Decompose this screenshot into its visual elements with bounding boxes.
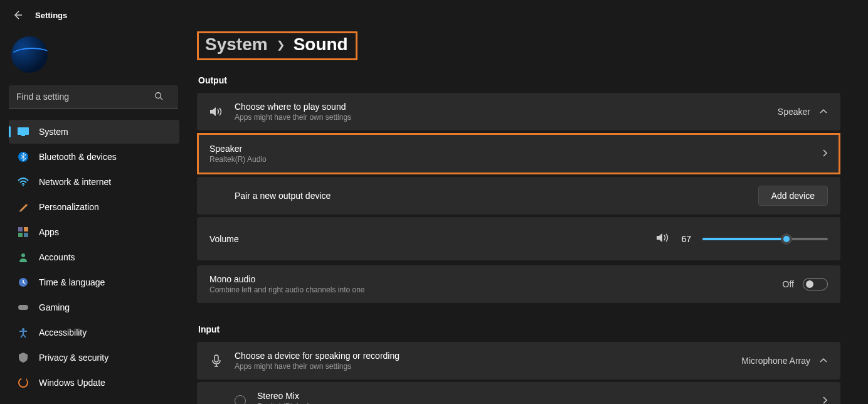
sidebar-item-label: Privacy & security [39, 353, 109, 363]
svg-point-9 [21, 253, 25, 257]
chevron-right-icon: ❯ [277, 39, 285, 51]
back-icon[interactable] [13, 10, 23, 20]
output-choose-value: Speaker [778, 107, 810, 117]
apps-icon [18, 226, 29, 238]
sidebar-item-label: Accessibility [39, 327, 87, 338]
mono-audio-card: Mono audio Combine left and right audio … [197, 265, 840, 303]
svg-rect-7 [18, 233, 23, 237]
update-icon [18, 377, 29, 388]
output-choose-card[interactable]: Choose where to play sound Apps might ha… [197, 93, 840, 130]
sidebar-item-label: Windows Update [39, 378, 105, 388]
volume-value: 67 [681, 234, 691, 244]
svg-rect-14 [214, 355, 218, 362]
card-sub: Apps might have their own settings [235, 362, 730, 371]
accessibility-icon [18, 327, 29, 338]
brush-icon [18, 201, 29, 213]
card-title: Pair a new output device [235, 191, 747, 201]
speaker-icon[interactable] [656, 232, 670, 245]
chevron-up-icon [819, 107, 828, 117]
svg-point-4 [23, 185, 24, 186]
card-title: Choose where to play sound [235, 102, 766, 112]
chevron-right-icon [822, 396, 828, 405]
breadcrumb-parent[interactable]: System [205, 35, 268, 55]
section-output-heading: Output [198, 75, 840, 85]
add-device-button[interactable]: Add device [758, 186, 828, 206]
output-speaker-card[interactable]: Speaker Realtek(R) Audio [197, 133, 840, 174]
mono-state: Off [783, 279, 794, 289]
search-container [9, 85, 179, 109]
card-title: Stereo Mix [257, 391, 810, 401]
shield-icon [18, 352, 29, 363]
svg-rect-8 [24, 233, 28, 237]
input-choose-card[interactable]: Choose a device for speaking or recordin… [197, 342, 840, 380]
sidebar-item-accounts[interactable]: Accounts [9, 245, 179, 269]
svg-point-0 [156, 93, 161, 98]
search-icon [154, 92, 163, 102]
wifi-icon [18, 176, 29, 188]
volume-card: Volume 67 [197, 217, 840, 260]
sidebar-item-apps[interactable]: Apps [9, 220, 179, 244]
chevron-up-icon [819, 356, 828, 366]
breadcrumb-current: Sound [294, 35, 348, 55]
card-title: Mono audio [209, 274, 771, 284]
app-title: Settings [35, 11, 67, 20]
sidebar-item-update[interactable]: Windows Update [9, 371, 179, 395]
breadcrumb: System ❯ Sound [197, 31, 357, 60]
sidebar-item-gaming[interactable]: Gaming [9, 295, 179, 319]
sidebar-item-system[interactable]: System [9, 120, 179, 144]
sidebar-item-label: System [39, 127, 68, 137]
person-icon [18, 252, 29, 263]
sidebar-item-personalization[interactable]: Personalization [9, 195, 179, 219]
display-icon [18, 126, 29, 137]
svg-point-12 [22, 328, 24, 331]
avatar[interactable] [11, 36, 48, 73]
sidebar-item-label: Accounts [39, 252, 75, 262]
volume-slider[interactable] [702, 238, 828, 240]
svg-rect-1 [18, 127, 29, 135]
sidebar-item-label: Bluetooth & devices [39, 152, 117, 162]
mono-toggle[interactable] [803, 278, 828, 290]
radio-icon[interactable] [235, 395, 246, 404]
sidebar-item-bluetooth[interactable]: Bluetooth & devices [9, 145, 179, 169]
card-sub: Combine left and right audio channels in… [209, 285, 771, 294]
gamepad-icon [18, 302, 29, 313]
sidebar-item-privacy[interactable]: Privacy & security [9, 346, 179, 369]
sidebar-item-accessibility[interactable]: Accessibility [9, 321, 179, 344]
svg-rect-5 [18, 227, 23, 231]
card-sub: Realtek(R) Audio [209, 155, 810, 164]
search-input[interactable] [9, 85, 178, 109]
sidebar-item-label: Apps [39, 227, 59, 237]
card-sub: Apps might have their own settings [235, 113, 766, 122]
clock-icon [18, 277, 29, 288]
volume-label: Volume [209, 234, 645, 244]
speaker-icon [209, 106, 223, 117]
pair-output-card: Pair a new output device Add device [197, 177, 840, 215]
input-choose-value: Microphone Array [741, 356, 810, 366]
svg-rect-2 [21, 135, 25, 136]
sidebar-item-label: Personalization [39, 202, 99, 212]
section-input-heading: Input [198, 324, 840, 334]
sidebar-item-label: Time & language [39, 277, 105, 287]
svg-rect-11 [18, 305, 28, 310]
microphone-icon [209, 354, 223, 367]
bluetooth-icon [18, 151, 29, 162]
card-title: Speaker [209, 144, 810, 154]
sidebar-item-time[interactable]: Time & language [9, 270, 179, 294]
chevron-right-icon [822, 149, 828, 159]
sidebar-item-network[interactable]: Network & internet [9, 170, 179, 194]
sidebar-item-label: Gaming [39, 302, 70, 312]
svg-rect-6 [24, 227, 28, 231]
input-stereo-card[interactable]: Stereo Mix Realtek(R) Audio [197, 382, 840, 404]
sidebar-item-label: Network & internet [39, 177, 111, 187]
card-title: Choose a device for speaking or recordin… [235, 351, 730, 361]
